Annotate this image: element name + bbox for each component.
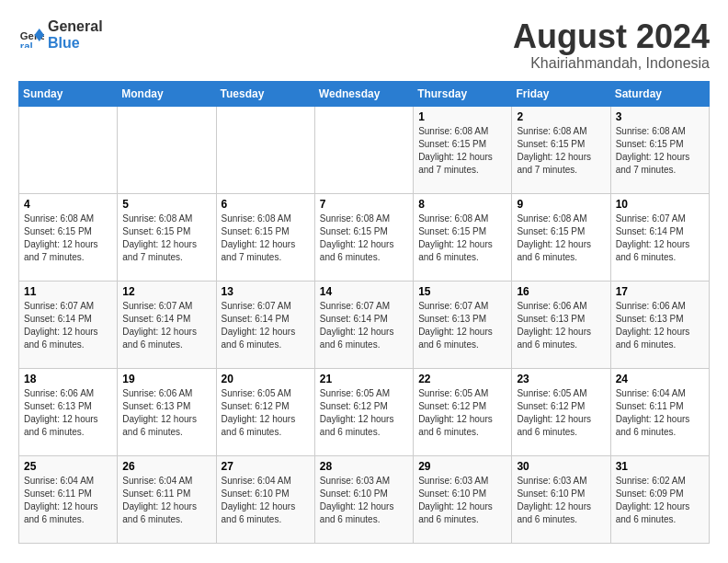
calendar-cell: 9Sunrise: 6:08 AM Sunset: 6:15 PM Daylig… [512,193,610,281]
calendar-cell: 11Sunrise: 6:07 AM Sunset: 6:14 PM Dayli… [19,281,118,368]
calendar-cell: 15Sunrise: 6:07 AM Sunset: 6:13 PM Dayli… [414,281,512,368]
day-header-monday: Monday [118,81,216,106]
day-info: Sunrise: 6:04 AM Sunset: 6:11 PM Dayligh… [122,475,210,526]
day-info: Sunrise: 6:08 AM Sunset: 6:15 PM Dayligh… [616,125,704,177]
day-info: Sunrise: 6:07 AM Sunset: 6:13 PM Dayligh… [418,300,506,351]
calendar-cell [216,106,314,193]
day-header-wednesday: Wednesday [314,81,413,106]
week-row-1: 1Sunrise: 6:08 AM Sunset: 6:15 PM Daylig… [19,106,710,193]
day-info: Sunrise: 6:06 AM Sunset: 6:13 PM Dayligh… [24,387,112,439]
title-section: August 2024 Khairiahmandah, Indonesia [513,18,710,72]
calendar-cell: 14Sunrise: 6:07 AM Sunset: 6:14 PM Dayli… [314,281,413,368]
logo-line1: General [48,18,103,35]
logo-icon: Gene ral [18,22,44,48]
day-header-friday: Friday [512,81,610,106]
calendar-cell: 19Sunrise: 6:06 AM Sunset: 6:13 PM Dayli… [118,368,216,455]
day-number: 8 [418,198,506,211]
main-title: August 2024 [513,18,710,55]
day-info: Sunrise: 6:03 AM Sunset: 6:10 PM Dayligh… [418,475,506,526]
calendar-cell: 23Sunrise: 6:05 AM Sunset: 6:12 PM Dayli… [512,368,610,455]
calendar-cell: 12Sunrise: 6:07 AM Sunset: 6:14 PM Dayli… [118,281,216,368]
day-number: 10 [616,198,704,211]
day-info: Sunrise: 6:07 AM Sunset: 6:14 PM Dayligh… [616,213,704,264]
day-info: Sunrise: 6:08 AM Sunset: 6:15 PM Dayligh… [517,213,605,264]
calendar-cell [118,106,216,193]
day-info: Sunrise: 6:03 AM Sunset: 6:10 PM Dayligh… [320,475,408,526]
day-number: 3 [616,110,704,123]
day-number: 31 [616,460,704,473]
day-info: Sunrise: 6:02 AM Sunset: 6:09 PM Dayligh… [616,475,704,526]
calendar-cell: 21Sunrise: 6:05 AM Sunset: 6:12 PM Dayli… [314,368,413,455]
day-number: 1 [418,110,506,123]
calendar-cell: 28Sunrise: 6:03 AM Sunset: 6:10 PM Dayli… [314,455,413,543]
day-info: Sunrise: 6:08 AM Sunset: 6:15 PM Dayligh… [517,125,605,177]
day-number: 18 [24,373,112,385]
day-info: Sunrise: 6:07 AM Sunset: 6:14 PM Dayligh… [24,300,112,351]
day-number: 6 [222,198,310,211]
day-info: Sunrise: 6:05 AM Sunset: 6:12 PM Dayligh… [222,387,310,439]
day-header-tuesday: Tuesday [216,81,314,106]
day-number: 28 [320,460,408,473]
svg-text:ral: ral [20,40,33,47]
week-row-3: 11Sunrise: 6:07 AM Sunset: 6:14 PM Dayli… [19,281,710,368]
day-number: 7 [320,198,408,211]
day-info: Sunrise: 6:05 AM Sunset: 6:12 PM Dayligh… [517,387,605,439]
calendar-table: SundayMondayTuesdayWednesdayThursdayFrid… [18,81,710,544]
day-info: Sunrise: 6:06 AM Sunset: 6:13 PM Dayligh… [616,300,704,351]
calendar-cell: 25Sunrise: 6:04 AM Sunset: 6:11 PM Dayli… [19,455,118,543]
day-number: 20 [222,373,310,385]
day-number: 22 [418,373,506,385]
day-header-sunday: Sunday [19,81,118,106]
day-number: 21 [320,373,408,385]
day-number: 4 [24,198,112,211]
day-header-thursday: Thursday [414,81,512,106]
day-number: 27 [222,460,310,473]
day-info: Sunrise: 6:08 AM Sunset: 6:15 PM Dayligh… [222,213,310,264]
day-info: Sunrise: 6:08 AM Sunset: 6:15 PM Dayligh… [418,213,506,264]
calendar-cell: 18Sunrise: 6:06 AM Sunset: 6:13 PM Dayli… [19,368,118,455]
day-info: Sunrise: 6:03 AM Sunset: 6:10 PM Dayligh… [517,475,605,526]
day-info: Sunrise: 6:08 AM Sunset: 6:15 PM Dayligh… [320,213,408,264]
calendar-cell: 13Sunrise: 6:07 AM Sunset: 6:14 PM Dayli… [216,281,314,368]
calendar-cell: 17Sunrise: 6:06 AM Sunset: 6:13 PM Dayli… [610,281,709,368]
day-number: 17 [616,285,704,298]
day-info: Sunrise: 6:04 AM Sunset: 6:10 PM Dayligh… [222,475,310,526]
calendar-cell: 4Sunrise: 6:08 AM Sunset: 6:15 PM Daylig… [19,193,118,281]
calendar-cell: 29Sunrise: 6:03 AM Sunset: 6:10 PM Dayli… [414,455,512,543]
calendar-cell: 26Sunrise: 6:04 AM Sunset: 6:11 PM Dayli… [118,455,216,543]
day-number: 9 [517,198,605,211]
calendar-cell: 5Sunrise: 6:08 AM Sunset: 6:15 PM Daylig… [118,193,216,281]
calendar-cell: 8Sunrise: 6:08 AM Sunset: 6:15 PM Daylig… [414,193,512,281]
day-info: Sunrise: 6:04 AM Sunset: 6:11 PM Dayligh… [24,475,112,526]
day-number: 14 [320,285,408,298]
calendar-header-row: SundayMondayTuesdayWednesdayThursdayFrid… [19,81,710,106]
calendar-cell: 24Sunrise: 6:04 AM Sunset: 6:11 PM Dayli… [610,368,709,455]
day-info: Sunrise: 6:06 AM Sunset: 6:13 PM Dayligh… [122,387,210,439]
calendar-cell: 2Sunrise: 6:08 AM Sunset: 6:15 PM Daylig… [512,106,610,193]
day-number: 26 [122,460,210,473]
calendar-cell: 30Sunrise: 6:03 AM Sunset: 6:10 PM Dayli… [512,455,610,543]
day-info: Sunrise: 6:08 AM Sunset: 6:15 PM Dayligh… [122,213,210,264]
calendar-cell: 3Sunrise: 6:08 AM Sunset: 6:15 PM Daylig… [610,106,709,193]
calendar-cell: 7Sunrise: 6:08 AM Sunset: 6:15 PM Daylig… [314,193,413,281]
calendar-body: 1Sunrise: 6:08 AM Sunset: 6:15 PM Daylig… [19,106,710,543]
day-number: 30 [517,460,605,473]
day-info: Sunrise: 6:04 AM Sunset: 6:11 PM Dayligh… [616,387,704,439]
day-info: Sunrise: 6:08 AM Sunset: 6:15 PM Dayligh… [418,125,506,177]
subtitle: Khairiahmandah, Indonesia [513,55,710,72]
day-number: 25 [24,460,112,473]
day-number: 2 [517,110,605,123]
day-info: Sunrise: 6:07 AM Sunset: 6:14 PM Dayligh… [320,300,408,351]
day-info: Sunrise: 6:05 AM Sunset: 6:12 PM Dayligh… [418,387,506,439]
calendar-cell: 31Sunrise: 6:02 AM Sunset: 6:09 PM Dayli… [610,455,709,543]
calendar-cell: 6Sunrise: 6:08 AM Sunset: 6:15 PM Daylig… [216,193,314,281]
calendar-cell: 20Sunrise: 6:05 AM Sunset: 6:12 PM Dayli… [216,368,314,455]
day-number: 16 [517,285,605,298]
day-number: 23 [517,373,605,385]
day-number: 29 [418,460,506,473]
day-number: 5 [122,198,210,211]
day-number: 19 [122,373,210,385]
day-number: 13 [222,285,310,298]
calendar-cell: 27Sunrise: 6:04 AM Sunset: 6:10 PM Dayli… [216,455,314,543]
day-info: Sunrise: 6:05 AM Sunset: 6:12 PM Dayligh… [320,387,408,439]
